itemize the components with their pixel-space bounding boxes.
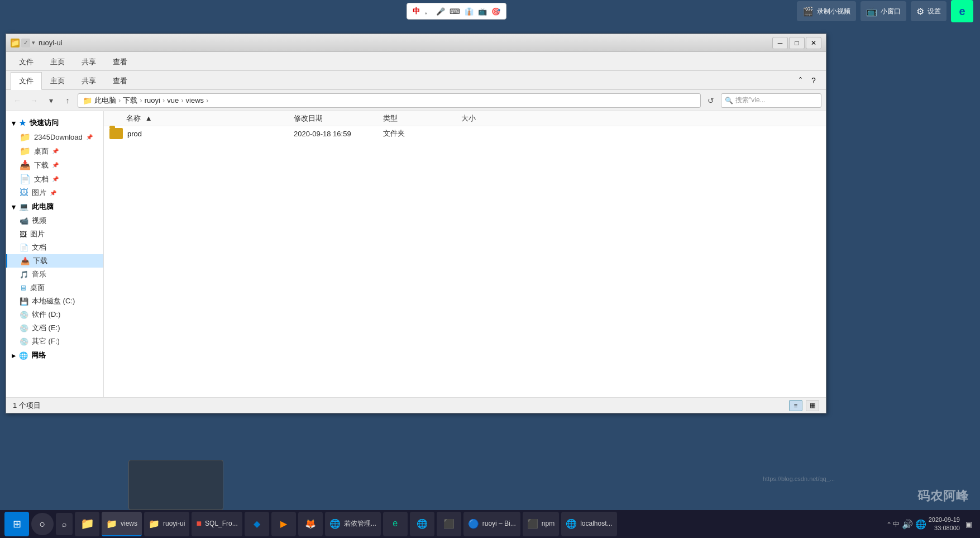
pin-icon-download: 📌 [52,162,59,168]
taskbar-vscode-btn[interactable]: ◆ [245,512,269,536]
search-bar[interactable]: 🔍 搜索"vie... [721,93,821,108]
ribbon-tab-share[interactable]: 共享 [73,53,104,70]
forward-button[interactable]: → [27,94,41,107]
sidebar-item-pics-quick[interactable]: 🖼 图片 📌 [6,186,103,199]
sidebar-label-drive-f: 其它 (F:) [32,336,60,346]
taskbar-sql-label: SQL_Fro... [205,520,238,527]
sidebar-item-downloads-pc[interactable]: 📥 下载 [6,254,103,268]
ribbon-tab-home[interactable]: 主页 [42,53,73,70]
address-part-pc[interactable]: 此电脑 [94,96,116,106]
taskbar-ruoyi-bi-icon: 🔵 [468,518,479,529]
taskbar-edge-btn[interactable]: e [383,512,408,536]
taskbar-ruoyi-admin-btn[interactable]: 🌐 若依管理... [325,512,381,536]
address-part-vue[interactable]: vue [167,96,179,104]
record-video-btn[interactable]: 🎬 录制小视频 [797,1,856,21]
taskbar-explorer-btn[interactable]: 📁 [75,512,99,536]
action-center-btn[interactable]: ▣ [962,512,976,536]
start-button[interactable]: ⊞ [4,512,29,536]
title-check-icon: ✓ [21,39,30,47]
sidebar-item-docs-quick[interactable]: 📄 文档 📌 [6,172,103,186]
taskbar-browser2-btn[interactable]: 🌐 [410,512,434,536]
ribbon-help-btn[interactable]: ? [808,75,819,86]
ime-tv[interactable]: 📺 [478,7,487,16]
sidebar-item-docs-pc[interactable]: 📄 文档 [6,241,103,254]
taskbar-firefox-btn[interactable]: 🦊 [298,512,323,536]
tray-input-icon[interactable]: 中 [893,520,900,529]
minimize-button[interactable]: ─ [772,37,788,49]
small-window-btn[interactable]: 📺 小窗口 [861,1,906,21]
ime-shirt[interactable]: 👔 [465,7,474,16]
taskbar-red-btn[interactable]: ⬛ [437,512,461,536]
sidebar-quick-access-title[interactable]: ▾ ★ 快速访问 [6,116,103,130]
col-header-name[interactable]: 名称 ▲ [104,113,294,123]
ime-chinese[interactable]: 中 [413,6,420,16]
sidebar-item-video[interactable]: 📹 视频 [6,214,103,227]
tray-network-icon[interactable]: 🌐 [915,519,926,530]
settings-btn-top[interactable]: ⚙ 设置 [911,1,946,21]
sidebar-item-desktop-pc[interactable]: 🖥 桌面 [6,281,103,294]
title-arrow-down[interactable]: ▾ [32,39,35,46]
ribbon-tab-view[interactable]: 查看 [104,53,136,70]
recent-locations-button[interactable]: ▾ [44,94,58,107]
taskbar-localhost-btn[interactable]: 🌐 localhost... [561,512,616,536]
sidebar-this-pc-title[interactable]: ▾ 💻 此电脑 [6,199,103,214]
address-part-ruoyi[interactable]: ruoyi [145,96,160,104]
ime-target[interactable]: 🎯 [491,7,500,16]
file-row-prod[interactable]: prod 2020-09-18 16:59 文件夹 [104,126,826,141]
sidebar-label-images: 图片 [30,229,45,239]
ribbon-tab-inner-share[interactable]: 共享 [73,72,104,89]
taskbar-time[interactable]: 2020-09-19 33:08000 [929,516,960,533]
ribbon-tab-inner-file[interactable]: 文件 [11,72,42,90]
ime-period[interactable]: 。 [424,6,432,16]
sidebar-item-drive-e[interactable]: 💿 文档 (E:) [6,321,103,335]
sidebar-item-2345download[interactable]: 📁 2345Download 📌 [6,130,103,144]
col-header-type[interactable]: 类型 [383,113,461,123]
ribbon-tab-inner-home[interactable]: 主页 [42,72,73,89]
address-bar[interactable]: 📁 此电脑 › 下载 › ruoyi › vue › views › [78,93,701,108]
sidebar-item-images[interactable]: 🖼 图片 [6,227,103,241]
sidebar-item-desktop-quick[interactable]: 📁 桌面 📌 [6,144,103,158]
sidebar-label-drive-e: 文档 (E:) [32,323,60,333]
taskbar-views-btn[interactable]: 📁 views [102,512,142,536]
sidebar-item-download-quick[interactable]: 📥 下载 📌 [6,158,103,172]
watermark-url: https://blog.csdn.net/qq_... [763,475,835,482]
view-list-button[interactable]: ≡ [789,400,802,411]
sidebar-item-drive-d[interactable]: 💿 软件 (D:) [6,308,103,321]
sidebar-item-drive-f[interactable]: 💿 其它 (F:) [6,335,103,348]
up-button[interactable]: ↑ [61,94,74,107]
sidebar-item-music[interactable]: 🎵 音乐 [6,268,103,281]
sidebar-folder-download-icon: 📥 [20,160,31,170]
ribbon-collapse-btn[interactable]: ˄ [795,75,806,86]
address-part-views[interactable]: views [186,96,204,104]
taskbar-search-btn[interactable]: ○ [31,513,54,535]
window-controls[interactable]: ─ □ ✕ [772,37,821,49]
taskbar-ruoyi-btn[interactable]: 📁 ruoyi-ui [144,512,189,536]
sidebar-network-title[interactable]: ▸ 🌐 网络 [6,348,103,363]
taskbar-npm-btn[interactable]: ⬛ npm [523,512,559,536]
tray-show-hidden-btn[interactable]: ^ [888,521,891,527]
close-button[interactable]: ✕ [806,37,821,49]
taskbar-sql-btn[interactable]: ■ SQL_Fro... [192,512,242,536]
pin-icon-docs: 📌 [52,176,59,182]
col-header-date[interactable]: 修改日期 [294,113,383,123]
taskbar-other-btn[interactable]: ▶ [271,512,296,536]
ime-keyboard[interactable]: ⌨ [450,7,460,16]
address-part-download[interactable]: 下载 [123,96,137,106]
maximize-button[interactable]: □ [789,37,805,49]
ime-bar[interactable]: 中 。 🎤 ⌨ 👔 📺 🎯 [407,3,506,20]
tray-speaker-icon[interactable]: 🔊 [902,519,913,530]
taskbar-cortana-btn[interactable]: ⌕ [56,513,73,535]
back-button[interactable]: ← [11,94,24,107]
edge-icon[interactable]: e [951,0,973,22]
sidebar-downloads-icon: 📥 [21,257,30,265]
ribbon-tab-file[interactable]: 文件 [11,53,42,70]
taskbar-ruoyi-bi-btn[interactable]: 🔵 ruoyi – Bi... [463,512,520,536]
ime-mic[interactable]: 🎤 [436,7,445,16]
view-detail-button[interactable]: ▦ [806,400,819,411]
col-header-size[interactable]: 大小 [461,113,517,123]
refresh-button[interactable]: ↺ [704,94,718,107]
ribbon-tab-inner-view[interactable]: 查看 [104,72,136,89]
taskbar-explorer-icon: 📁 [80,517,94,530]
sidebar-label-docs-quick: 文档 [34,174,49,184]
sidebar-item-drive-c[interactable]: 💾 本地磁盘 (C:) [6,294,103,308]
